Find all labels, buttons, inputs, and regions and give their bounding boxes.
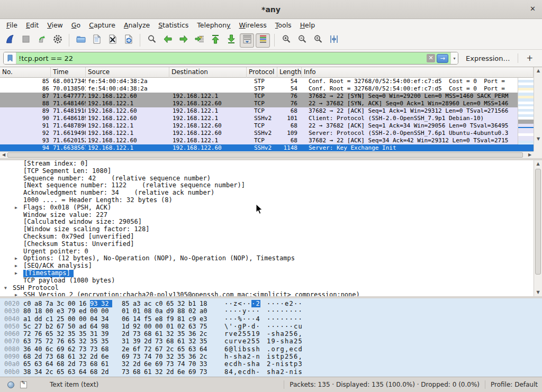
resize-columns-button[interactable]	[327, 33, 341, 48]
scroll-right-icon[interactable]: ▶	[526, 152, 534, 158]
hex-byte[interactable]: 39	[101, 330, 112, 338]
hex-byte[interactable]: 0a	[155, 307, 166, 315]
hex-byte[interactable]: 32	[79, 338, 90, 345]
menu-help[interactable]: Help	[296, 20, 320, 31]
find-packet-button[interactable]	[144, 33, 159, 48]
hex-byte[interactable]: 33	[200, 360, 211, 368]
hex-row-0060[interactable]: 006072766532353531392d7368613235362crve2…	[0, 330, 542, 338]
hex-row-0020[interactable]: 0020c0a87a3c0016933285a3acc06532b118··z<…	[0, 300, 542, 307]
detail-line[interactable]: Acknowledgment number: 34 (relative ack …	[0, 189, 542, 197]
hex-byte[interactable]: 35	[200, 338, 211, 345]
hex-byte[interactable]: 63	[188, 345, 200, 353]
detail-line[interactable]: Checksum: 0x79ed [unverified]	[0, 233, 542, 241]
hex-byte[interactable]: 69	[155, 360, 166, 368]
hex-byte[interactable]: 93	[90, 300, 101, 307]
packet-list-hscrollbar[interactable]: ◀ ▶	[0, 151, 534, 158]
restart-capture-button[interactable]	[34, 33, 49, 48]
expander-closed-icon[interactable]: ▶	[15, 291, 17, 296]
hex-byte[interactable]: 00	[144, 323, 155, 330]
detail-line[interactable]: ▶[SEQ/ACK analysis]	[0, 262, 542, 270]
hex-byte[interactable]: 73	[133, 353, 144, 360]
detail-line[interactable]: [Calculated window size: 29056]	[0, 218, 542, 226]
filter-bookmark-icon[interactable]	[4, 52, 16, 64]
hex-row-00a0[interactable]: 00a0656364682d736861322d6e6973747033ecdh…	[0, 360, 542, 368]
detail-line[interactable]: ▼SSH Protocol	[0, 285, 542, 292]
hex-byte[interactable]: 39	[133, 338, 144, 345]
hex-byte[interactable]: 00	[90, 307, 101, 315]
hex-byte[interactable]: 72	[46, 338, 57, 345]
packet-row-91[interactable]: 9171.648789678192.168.122.1192.168.122.6…	[0, 122, 534, 130]
hex-byte[interactable]: 65	[57, 368, 68, 376]
close-file-button[interactable]	[105, 33, 120, 48]
packet-row-92[interactable]: 9271.661949820192.168.122.1192.168.122.6…	[0, 130, 534, 137]
hex-byte[interactable]: 73	[200, 368, 211, 376]
hex-byte[interactable]: 7a	[46, 300, 57, 307]
hex-byte[interactable]: 76	[34, 330, 46, 338]
hex-byte[interactable]: 35	[177, 330, 188, 338]
open-file-button[interactable]	[74, 33, 88, 48]
details-vscrollbar[interactable]: ▲ ▼	[534, 160, 542, 296]
hex-byte[interactable]: e3	[57, 307, 68, 315]
hex-byte[interactable]: 16	[79, 300, 90, 307]
hex-byte[interactable]: 04	[90, 315, 101, 323]
go-back-button[interactable]	[160, 33, 175, 48]
hex-byte[interactable]: 50	[68, 323, 79, 330]
hex-byte[interactable]: 32	[166, 353, 177, 360]
detail-line[interactable]: Sequence number: 42 (relative sequence n…	[0, 175, 542, 183]
hex-byte[interactable]: 63	[34, 360, 46, 368]
hex-byte[interactable]: a1	[23, 315, 34, 323]
hex-byte[interactable]: 6e	[101, 353, 112, 360]
filter-clear-button[interactable]: ✕	[427, 54, 435, 62]
menu-tools[interactable]: Tools	[271, 20, 296, 31]
menu-go[interactable]: Go	[67, 20, 85, 31]
hex-byte[interactable]: 00	[79, 315, 90, 323]
hex-row-0030[interactable]: 0030801800e379ed00000101080ad98802a0····…	[0, 307, 542, 315]
hex-byte[interactable]: 32	[177, 300, 188, 307]
hex-byte[interactable]: 36	[23, 345, 34, 353]
hex-byte[interactable]: 18	[34, 307, 46, 315]
hex-byte[interactable]: 69	[57, 345, 68, 353]
hex-byte[interactable]: d9	[166, 307, 177, 315]
hex-byte[interactable]: 32	[57, 330, 68, 338]
hex-byte[interactable]: 88	[177, 307, 188, 315]
save-file-button[interactable]: 0101	[89, 33, 104, 48]
hex-byte[interactable]: 68	[23, 353, 34, 360]
intelligent-scrollbar-minimap[interactable]	[518, 78, 534, 144]
hex-byte[interactable]: c0	[155, 300, 166, 307]
column-header-destination[interactable]: Destination	[169, 67, 247, 78]
hex-byte[interactable]: 64	[79, 368, 90, 376]
go-forward-button[interactable]	[176, 33, 191, 48]
hex-byte[interactable]: 61	[68, 353, 79, 360]
detail-line[interactable]: ▶Options: (12 bytes), No-Operation (NOP)…	[0, 255, 542, 262]
detail-line[interactable]: ▶Flags: 0x018 (PSH, ACK)	[0, 204, 542, 212]
hex-byte[interactable]: 74	[177, 360, 188, 368]
detail-line[interactable]: Urgent pointer: 0	[0, 248, 542, 256]
hex-byte[interactable]: 00	[68, 315, 79, 323]
hex-byte[interactable]: 38	[23, 368, 34, 376]
scroll-up-icon[interactable]: ▲	[534, 160, 542, 168]
column-header-source[interactable]: Source	[86, 67, 169, 78]
hex-byte[interactable]: 65	[166, 300, 177, 307]
scroll-down-icon[interactable]: ▼	[534, 289, 542, 296]
hex-byte[interactable]: 79	[68, 307, 79, 315]
packet-row-90[interactable]: 9071.648618924192.168.122.60192.168.122.…	[0, 115, 534, 122]
hex-byte[interactable]: 00	[101, 307, 112, 315]
detail-line[interactable]: [Window size scaling factor: 128]	[0, 226, 542, 233]
details-scroll-thumb[interactable]	[535, 169, 541, 275]
hex-byte[interactable]: 32	[79, 353, 90, 360]
detail-line[interactable]: 1000 .... = Header Length: 32 bytes (8)	[0, 197, 542, 204]
hex-byte[interactable]: f5	[144, 315, 155, 323]
menu-wireless[interactable]: Wireless	[235, 20, 271, 31]
hex-byte[interactable]: 01	[133, 307, 144, 315]
hex-byte[interactable]: 2d	[101, 368, 112, 376]
detail-line[interactable]: [TCP Segment Len: 1080]	[0, 168, 542, 175]
hex-row-0050[interactable]: 00505c27b26750ad64981d92000001026375\'·g…	[0, 323, 542, 330]
menu-file[interactable]: File	[2, 20, 22, 31]
hex-byte[interactable]: 2c	[46, 368, 57, 376]
hex-byte[interactable]: 68	[90, 368, 101, 376]
hex-byte[interactable]: a8	[34, 300, 46, 307]
hex-byte[interactable]: 00	[155, 323, 166, 330]
hex-byte[interactable]: 06	[122, 315, 133, 323]
menu-statistics[interactable]: Statistics	[154, 20, 193, 31]
zoom-original-button[interactable]	[311, 33, 325, 48]
